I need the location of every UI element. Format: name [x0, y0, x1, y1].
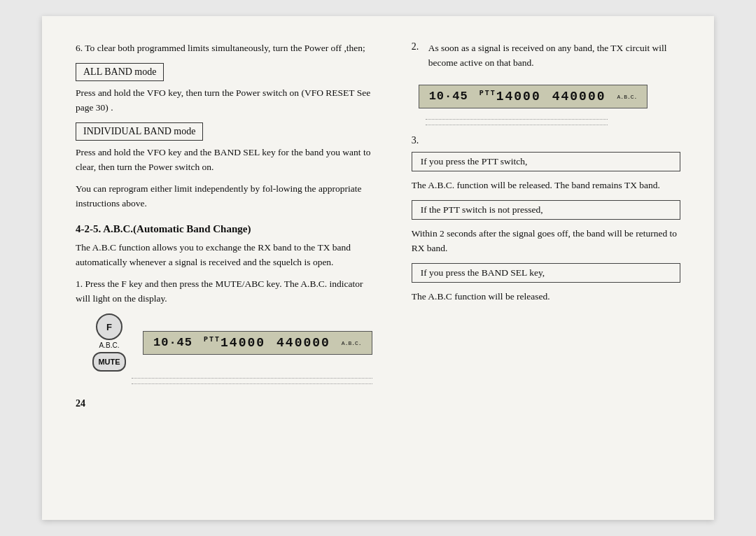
section-425-intro: The A.B.C function allows you to exchang… — [76, 241, 372, 270]
box2-text: Within 2 seconds after the signal goes o… — [412, 227, 680, 256]
section-425-item1: 1. Press the F key and then press the MU… — [76, 277, 372, 306]
dot-lines-left — [132, 376, 372, 386]
f-key-group: F A.B.C. MUTE — [92, 313, 126, 372]
left-column: 6. To clear both programmed limits simul… — [76, 41, 384, 495]
item3-num: 3. — [412, 135, 419, 146]
indband-label: INDIVIDUAL BAND mode — [76, 122, 203, 141]
item2-container: 2. As soon as a signal is received on an… — [412, 41, 680, 71]
page-number: 24 — [76, 398, 372, 409]
mute-key: MUTE — [92, 352, 126, 372]
dot-line-2 — [132, 383, 372, 384]
page: 6. To clear both programmed limits simul… — [42, 16, 714, 520]
abc-display-row: F A.B.C. MUTE 10·45 PTT14000 440000 A.B.… — [92, 313, 372, 372]
right-dot-line-2 — [426, 125, 608, 125]
item2-text: As soon as a signal is received on any b… — [428, 41, 680, 71]
f-key: F — [96, 313, 122, 340]
f-key-label: F — [106, 322, 112, 332]
right-dot-line-1 — [426, 119, 608, 120]
dot-lines-right — [426, 117, 608, 127]
right-display-area: 10·45 PTT14000 440000 A.B.C. — [419, 78, 680, 127]
dot-row — [132, 376, 372, 386]
box3-text: The A.B.C function will be released. — [412, 290, 680, 304]
reprogram-text: You can reprogram either limit independe… — [76, 182, 372, 211]
box2: If the PTT switch is not pressed, — [412, 200, 680, 220]
left-display-freq1: PTT14000 — [204, 336, 265, 350]
allband-label: ALL BAND mode — [76, 63, 164, 81]
left-display-time: 10·45 — [153, 336, 192, 349]
item3-num-label: 3. — [412, 135, 680, 146]
box3: If you press the BAND SEL key, — [412, 263, 680, 283]
indband-text: Press and hold the VFO key and the BAND … — [76, 146, 372, 175]
right-column: 2. As soon as a signal is received on an… — [406, 41, 680, 495]
item6-intro: 6. To clear both programmed limits simul… — [76, 41, 372, 56]
left-display-abc: A.B.C. — [342, 340, 362, 346]
box1: If you press the PTT switch, — [412, 152, 680, 171]
right-display-abc: A.B.C. — [617, 94, 638, 100]
item2-num: 2. — [412, 41, 424, 71]
right-display-box: 10·45 PTT14000 440000 A.B.C. — [419, 85, 648, 108]
section-425-title: 4-2-5. A.B.C.(Automatic Band Change) — [76, 223, 372, 235]
left-display-freq2: 440000 — [276, 336, 330, 350]
left-display-box: 10·45 PTT14000 440000 A.B.C. — [143, 331, 372, 355]
right-display-time: 10·45 — [429, 90, 468, 103]
right-display-freq2: 440000 — [552, 90, 606, 104]
allband-text: Press and hold the VFO key, then turn th… — [76, 86, 372, 115]
mute-key-label: MUTE — [98, 358, 120, 366]
box1-text: The A.B.C. function will be released. Th… — [412, 178, 680, 193]
abc-key-label: A.B.C. — [99, 341, 120, 349]
dot-line-1 — [132, 378, 372, 379]
right-display-freq1: PTT14000 — [479, 90, 541, 104]
